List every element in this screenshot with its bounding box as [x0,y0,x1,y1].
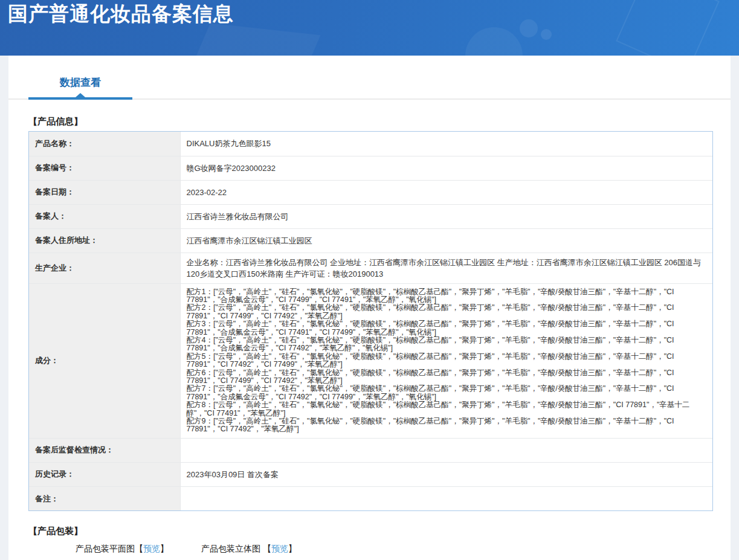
formula-line: 配方6：["云母"，"高岭土"，"硅石"，"氯氧化铋"，"硬脂酸镁"，"棕榈酸乙… [187,369,707,385]
row-value: DIKALU奶茶九色眼影15 [180,132,712,156]
header-decoration [541,29,552,40]
row-history: 历史记录： 2023年03月09日 首次备案 [29,462,712,486]
row-filer-address: 备案人住所地址： 江西省鹰潭市余江区锦江镇工业园区 [29,228,712,253]
row-label: 产品名称： [29,132,180,156]
packaging-flat-label: 产品包装平面图【 [76,544,143,553]
row-remarks: 备注： [29,486,712,510]
row-label: 生产企业： [29,253,180,283]
row-manufacturer: 生产企业： 企业名称：江西省诗兰雅化妆品有限公司 企业地址：江西省鹰潭市余江区锦… [29,253,712,283]
formula-line: 配方5：["云母"，"高岭土"，"硅石"，"氯氧化铋"，"硬脂酸镁"，"棕榈酸乙… [187,353,707,369]
row-filing-number: 备案编号： 赣G妆网备字2023000232 [29,156,712,180]
header-decoration [187,23,321,56]
row-ingredients: 成分： 配方1：["云母"，"高岭土"，"硅石"，"氯氧化铋"，"硬脂酸镁"，"… [29,283,712,438]
page-header: 国产普通化妆品备案信息 [0,0,739,56]
formula-line: 配方7：["云母"，"高岭土"，"硅石"，"氯氧化铋"，"硬脂酸镁"，"棕榈酸乙… [187,385,707,401]
row-label: 备案后监督检查情况： [29,438,180,462]
formula-line: 配方9：["云母"，"高岭土"，"硅石"，"氯氧化铋"，"硬脂酸镁"，"棕榈酸乙… [187,417,707,434]
row-label: 备案人： [29,204,180,228]
formula-line: 配方4：["云母"，"高岭土"，"硅石"，"氯氧化铋"，"硬脂酸镁"，"棕榈酸乙… [187,336,707,353]
row-value [180,438,712,462]
row-value: 2023-02-22 [180,180,712,204]
tab-data-view-label: 数据查看 [60,77,101,88]
row-label: 备案人住所地址： [29,228,180,253]
preview-link-stereo[interactable]: 预览 [271,544,288,553]
row-filing-date: 备案日期： 2023-02-22 [29,180,712,204]
row-product-name: 产品名称： DIKALU奶茶九色眼影15 [29,132,712,156]
packaging-stereo-label-close: 】 [288,544,297,553]
formula-line: 配方3：["云母"，"高岭土"，"硅石"，"氯氧化铋"，"硬脂酸镁"，"棕榈酸乙… [187,320,707,336]
header-decoration [465,27,523,56]
row-label: 历史记录： [29,462,180,486]
row-value [180,486,712,510]
tab-bar: 数据查看 [8,56,731,100]
formula-line: 配方2：["云母"，"高岭土"，"硅石"，"氯氧化铋"，"硬脂酸镁"，"棕榈酸乙… [187,304,707,320]
page-title: 国产普通化妆品备案信息 [0,0,739,28]
row-label: 成分： [29,283,180,438]
tab-data-view[interactable]: 数据查看 [28,76,132,100]
tab-active-caret-icon [76,93,85,97]
row-post-filing-inspection: 备案后监督检查情况： [29,438,712,462]
row-value: 2023年03月09日 首次备案 [180,462,712,486]
row-value: 江西省鹰潭市余江区锦江镇工业园区 [180,228,712,253]
row-value: 江西省诗兰雅化妆品有限公司 [180,204,712,228]
formula-line: 配方8：["云母"，"高岭土"，"硅石"，"氯氧化铋"，"硬脂酸镁"，"棕榈酸乙… [187,401,707,417]
row-value: 企业名称：江西省诗兰雅化妆品有限公司 企业地址：江西省鹰潭市余江区锦江镇工业园区… [180,253,712,283]
packaging-flat-label-close: 】 [160,544,169,553]
row-value: 配方1：["云母"，"高岭土"，"硅石"，"氯氧化铋"，"硬脂酸镁"，"棕榈酸乙… [180,283,712,438]
packaging-stereo-label: 产品包装立体图 【 [201,544,271,553]
preview-link-flat[interactable]: 预览 [143,544,160,553]
product-info-table: 产品名称： DIKALU奶茶九色眼影15 备案编号： 赣G妆网备字2023000… [28,131,713,511]
row-label: 备案日期： [29,180,180,204]
formula-line: 配方1：["云母"，"高岭土"，"硅石"，"氯氧化铋"，"硬脂酸镁"，"棕榈酸乙… [187,288,707,304]
row-filer: 备案人： 江西省诗兰雅化妆品有限公司 [29,204,712,228]
product-info-section-title: 【产品信息】 [28,116,731,127]
row-label: 备案编号： [29,156,180,180]
content-card: 数据查看 【产品信息】 产品名称： DIKALU奶茶九色眼影15 备案编号： 赣… [8,56,731,560]
packaging-links-row: 产品包装平面图【预览】 产品包装立体图 【预览】 [76,544,731,555]
packaging-flat-item: 产品包装平面图【预览】 [76,544,169,555]
row-label: 备注： [29,486,180,510]
packaging-section-title: 【产品包装】 [28,526,731,537]
packaging-stereo-item: 产品包装立体图 【预览】 [201,544,297,555]
row-value: 赣G妆网备字2023000232 [180,156,712,180]
